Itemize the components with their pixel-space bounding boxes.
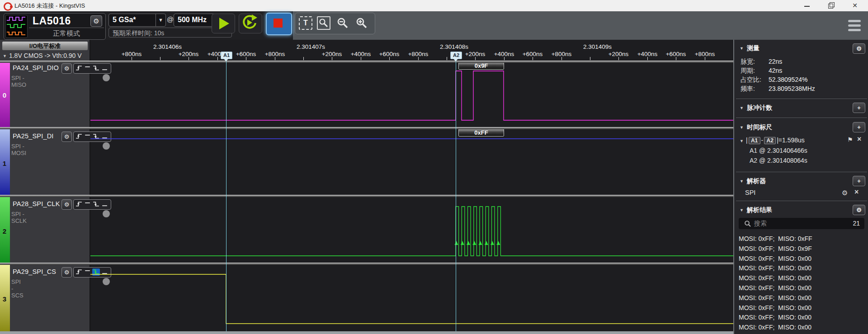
results-count: 21 xyxy=(853,220,860,227)
zoom-out-button[interactable] xyxy=(336,16,349,30)
axis-minor-tick-label: +600ns xyxy=(231,51,260,57)
channel-settings-gear-icon[interactable]: ⚙ xyxy=(61,63,72,74)
app-window: LA5016 未连接 - KingstVIS ✕ LA5016 ⚙ 正常模式 5… xyxy=(0,0,868,334)
ruler-a1-time: A1 @ 2.301406466s xyxy=(750,147,807,154)
decoded-result-row[interactable]: MOSI: 0xFF; MISO: 0x00 xyxy=(739,294,868,304)
measure-settings-gear-icon[interactable]: ⚙ xyxy=(853,43,865,54)
zoom-to-selection-button[interactable] xyxy=(317,16,330,30)
trigger-position-tool-button[interactable]: T xyxy=(299,16,312,30)
trigger-rising-edge-button[interactable] xyxy=(75,133,83,140)
axis-tick-mark xyxy=(504,57,505,60)
menu-hamburger-icon[interactable] xyxy=(848,19,861,32)
minimize-button[interactable] xyxy=(799,0,815,11)
add-time-ruler-button[interactable]: + xyxy=(853,122,865,132)
decoded-result-row[interactable]: MOSI: 0xFF; MISO: 0x00 xyxy=(739,274,868,284)
trigger-rising-edge-button[interactable] xyxy=(75,268,83,276)
delete-ruler-icon[interactable]: × xyxy=(857,136,861,142)
axis-tick-mark xyxy=(705,57,705,60)
time-marker-flag-a1[interactable]: A1 xyxy=(221,52,232,59)
channel-settings-gear-icon[interactable]: ⚙ xyxy=(61,267,72,278)
sample-depth-value: 5 GSa* xyxy=(113,16,136,24)
trigger-low-level-button[interactable] xyxy=(101,268,108,276)
capture-mode-label[interactable]: 正常模式 xyxy=(29,28,104,38)
trigger-rising-edge-button[interactable] xyxy=(75,201,83,208)
section-results-header[interactable]: ▼解析结果 xyxy=(740,206,772,214)
chevron-down-icon[interactable]: ▼ xyxy=(156,14,165,26)
at-sign-label: @ xyxy=(167,15,174,23)
decoder-settings-gear-icon[interactable]: ⚙ xyxy=(842,189,848,197)
trigger-low-level-button[interactable] xyxy=(101,65,108,72)
delete-decoder-icon[interactable]: × xyxy=(854,189,859,195)
axis-minor-tick-label: +800ns xyxy=(404,51,433,57)
marker-a2-tag[interactable]: A2 xyxy=(764,137,776,144)
search-input[interactable]: 搜索 21 xyxy=(739,218,864,229)
channel-settings-gear-icon[interactable]: ⚙ xyxy=(61,199,72,210)
start-capture-button[interactable] xyxy=(212,14,235,33)
axis-major-tick-label: 2.301408s xyxy=(440,43,468,50)
collapse-triangle-icon: ▼ xyxy=(740,106,744,110)
axis-minor-tick-label: +800ns xyxy=(690,51,719,57)
add-pulse-counter-button[interactable]: + xyxy=(853,103,865,113)
trigger-low-level-button[interactable] xyxy=(101,201,108,208)
decoded-result-row[interactable]: MOSI: 0xFF; MISO: 0x00 xyxy=(739,304,868,314)
results-settings-gear-icon[interactable]: ⚙ xyxy=(853,205,865,215)
axis-tick-mark xyxy=(303,57,304,60)
ruler-expression[interactable]: ▼|A1-A2|=1.598us xyxy=(740,136,805,144)
axis-minor-tick-label: +200ns xyxy=(174,51,203,57)
sample-depth-select[interactable]: 5 GSa* ▼ xyxy=(108,14,166,27)
repeat-capture-button[interactable] xyxy=(239,14,262,33)
decoded-result-row[interactable]: MOSI: 0xFF; MISO: 0x00 xyxy=(739,264,868,274)
trigger-falling-edge-button[interactable] xyxy=(92,133,100,140)
measure-label: 脉宽: xyxy=(741,58,755,66)
decoded-result-row[interactable]: MOSI: 0xFF; MISO: 0x9F xyxy=(739,245,868,255)
trigger-high-level-button[interactable] xyxy=(84,65,91,72)
trigger-falling-edge-button[interactable] xyxy=(92,201,100,208)
close-button[interactable]: ✕ xyxy=(847,0,863,11)
channel-state-dot[interactable] xyxy=(103,74,110,81)
decoded-result-row[interactable]: MOSI: 0xFF; MISO: 0x00 xyxy=(739,284,868,294)
add-decoder-button[interactable]: + xyxy=(853,176,865,186)
section-pulse-count-header[interactable]: ▼脉冲计数 xyxy=(740,104,772,112)
device-group: LA5016 ⚙ 正常模式 xyxy=(4,13,106,40)
axis-tick-mark xyxy=(389,57,390,60)
decoded-result-row[interactable]: MOSI: 0xFF; MISO: 0x00 xyxy=(739,324,868,334)
section-time-ruler-header[interactable]: ▼时间标尺 xyxy=(740,123,772,132)
section-decoder-header[interactable]: ▼解析器 xyxy=(740,177,766,185)
channel-state-dot[interactable] xyxy=(103,142,110,150)
device-settings-gear-icon[interactable]: ⚙ xyxy=(90,15,102,27)
trigger-rising-edge-button[interactable] xyxy=(75,65,83,72)
stop-capture-button[interactable] xyxy=(266,13,292,35)
decoder-spi-item[interactable]: SPI xyxy=(745,189,755,196)
decoded-result-row[interactable]: MOSI: 0xFF; MISO: 0x00 xyxy=(739,255,868,265)
io-standard-header[interactable]: I/O电平标准 xyxy=(2,42,88,50)
trigger-low-level-button[interactable] xyxy=(101,133,108,140)
time-marker-line-a1[interactable] xyxy=(226,60,226,331)
restore-button[interactable] xyxy=(823,0,838,11)
channel-name[interactable]: PA24_SPI_DIO xyxy=(13,64,59,71)
time-marker-flag-a2[interactable]: A2 xyxy=(450,52,462,59)
channel-settings-gear-icon[interactable]: ⚙ xyxy=(61,132,72,142)
trigger-high-level-button[interactable] xyxy=(84,201,91,208)
marker-a1-tag[interactable]: A1 xyxy=(749,137,760,144)
channel-name[interactable]: PA29_SPI_CS xyxy=(13,268,56,275)
time-marker-line-a2[interactable] xyxy=(456,60,456,331)
measure-label: 占空比: xyxy=(741,76,761,84)
ruler-a2-time: A2 @ 2.301408064s xyxy=(750,157,807,164)
channel-name[interactable]: PA28_SPI_CLK xyxy=(13,200,60,207)
pin-icon[interactable]: ⚑ xyxy=(847,136,853,143)
trigger-high-level-button[interactable] xyxy=(84,268,91,276)
channel-name[interactable]: PA25_SPI_DI xyxy=(13,132,54,140)
channel-state-dot[interactable] xyxy=(103,278,110,285)
horizontal-scrollbar[interactable] xyxy=(0,331,733,334)
section-measure-header[interactable]: ▼测量 xyxy=(740,44,760,52)
waveform-area[interactable] xyxy=(90,40,733,331)
decoded-result-row[interactable]: MOSI: 0xFF; MISO: 0xFF xyxy=(739,235,868,245)
decoded-result-row[interactable]: MOSI: 0xFF; MISO: 0x00 xyxy=(739,314,868,324)
channel-state-dot[interactable] xyxy=(103,210,110,217)
trigger-falling-edge-button[interactable] xyxy=(92,268,100,276)
io-level-select[interactable]: ▼1.8V CMOS -> Vth:0.90 V xyxy=(3,51,82,60)
zoom-in-button[interactable] xyxy=(355,16,368,30)
axis-tick-mark xyxy=(189,57,189,60)
trigger-high-level-button[interactable] xyxy=(84,133,91,140)
trigger-falling-edge-button[interactable] xyxy=(92,65,100,72)
